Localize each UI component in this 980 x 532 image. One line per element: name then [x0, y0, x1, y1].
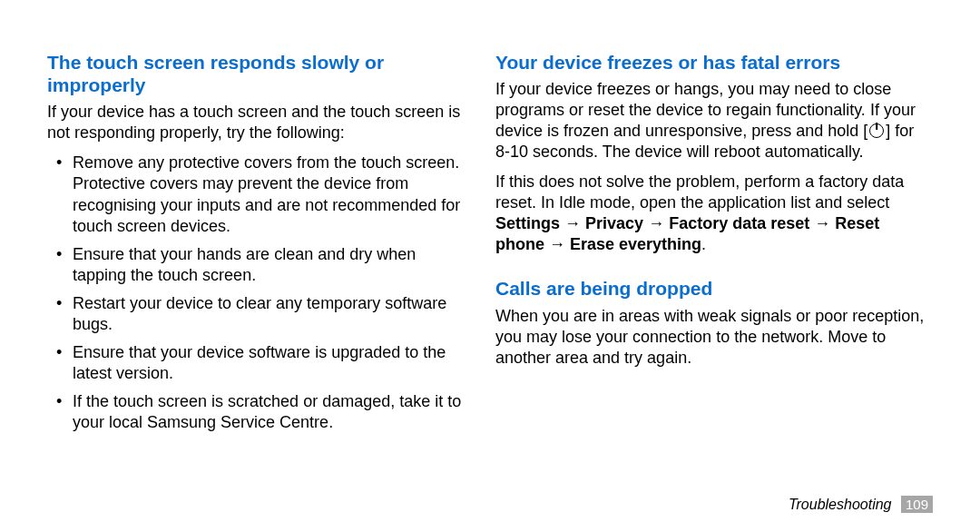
- list-item: Restart your device to clear any tempora…: [64, 293, 474, 335]
- heading-touch-screen: The touch screen responds slowly or impr…: [47, 51, 474, 96]
- menu-path-privacy: Privacy: [585, 214, 643, 232]
- power-icon: [869, 123, 884, 138]
- tips-list: Remove any protective covers from the to…: [47, 153, 474, 432]
- text-fragment: .: [701, 235, 706, 253]
- menu-path-factory-reset: Factory data reset: [669, 214, 809, 232]
- left-column: The touch screen responds slowly or impr…: [47, 51, 490, 505]
- list-item: If the touch screen is scratched or dama…: [64, 391, 474, 433]
- menu-path-erase-everything: Erase everything: [570, 235, 701, 253]
- calls-paragraph: When you are in areas with weak signals …: [495, 306, 933, 369]
- intro-paragraph: If your device has a touch screen and th…: [47, 102, 474, 143]
- page-number: 109: [901, 496, 933, 513]
- footer-section-name: Troubleshooting: [789, 497, 892, 512]
- freeze-paragraph-1: If your device freezes or hangs, you may…: [495, 79, 933, 163]
- arrow-icon: →: [549, 235, 565, 253]
- list-item: Ensure that your hands are clean and dry…: [64, 244, 474, 286]
- arrow-icon: →: [648, 214, 664, 232]
- heading-calls-dropped: Calls are being dropped: [495, 277, 933, 300]
- list-item: Ensure that your device software is upgr…: [64, 342, 474, 384]
- arrow-icon: →: [814, 214, 830, 232]
- arrow-icon: →: [564, 214, 581, 232]
- menu-path-settings: Settings: [495, 214, 560, 232]
- text-fragment: If your device freezes or hangs, you may…: [495, 80, 916, 140]
- page-footer: Troubleshooting 109: [789, 496, 933, 514]
- right-column: Your device freezes or has fatal errors …: [490, 51, 933, 505]
- manual-page: The touch screen responds slowly or impr…: [0, 0, 980, 532]
- heading-device-freezes: Your device freezes or has fatal errors: [495, 51, 933, 74]
- list-item: Remove any protective covers from the to…: [64, 153, 474, 236]
- freeze-paragraph-2: If this does not solve the problem, perf…: [495, 172, 933, 255]
- text-fragment: If this does not solve the problem, perf…: [495, 172, 904, 212]
